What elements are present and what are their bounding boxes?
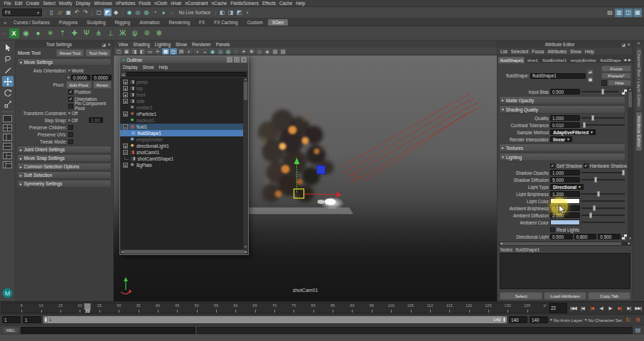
section-symmetry-settings[interactable]: ▸Symmetry Settings xyxy=(17,180,112,188)
viewport-toolbar-icon-20[interactable]: ▧ xyxy=(272,48,279,55)
value-slider[interactable] xyxy=(581,200,625,202)
outliner-item-side[interactable]: +◨side xyxy=(120,98,243,104)
slider-handle[interactable] xyxy=(594,177,597,183)
undo-icon[interactable]: ↶ xyxy=(73,9,81,16)
menu-help[interactable]: Help xyxy=(294,1,307,6)
scroll-left-icon[interactable]: ◀ xyxy=(500,242,502,245)
directional-light-field-1[interactable]: 0.800 xyxy=(574,234,597,239)
chevron-down-icon[interactable]: ▾ xyxy=(68,68,70,72)
hide-button[interactable]: Hide xyxy=(608,80,631,86)
scrollbar-thumb[interactable] xyxy=(244,82,247,100)
viewport-menu-show[interactable]: Show xyxy=(174,42,189,47)
preserve-uvs-checkbox[interactable] xyxy=(68,132,73,137)
range-start-handle[interactable] xyxy=(44,317,48,323)
node-name-field[interactable]: fluidShape1 xyxy=(530,73,586,79)
scale-tool[interactable] xyxy=(2,99,14,109)
shelf-icon-12[interactable]: ✼ xyxy=(154,28,164,38)
real-lights-checkbox[interactable] xyxy=(550,227,555,232)
select-hierarchy-icon[interactable]: ▢ xyxy=(95,9,103,16)
animation-preferences-icon[interactable]: ⚙ xyxy=(634,317,642,323)
viewport-toolbar-icon-14[interactable]: ◍ xyxy=(225,48,232,55)
shelf-tab-animation[interactable]: Animation xyxy=(135,19,163,26)
attr-section-matte-opacity[interactable]: ▸Matte Opacity xyxy=(499,96,626,104)
outliner-item-persp[interactable]: +◨persp xyxy=(120,79,243,85)
open-scene-icon[interactable]: ▱ xyxy=(56,9,64,16)
menu-cache[interactable]: Cache xyxy=(278,1,294,6)
viewport-toolbar-icon-13[interactable]: ◎ xyxy=(217,48,224,55)
layout-outliner-persp[interactable] xyxy=(2,161,13,169)
light-type-dropdown[interactable]: Directional▾ xyxy=(550,184,584,190)
outliner-item-shotcam0shape1[interactable]: └─◨shotCam0Shape1 xyxy=(120,156,243,162)
shelf-icon-11[interactable]: ❊ xyxy=(142,28,152,38)
viewport-menu-renderer[interactable]: Renderer xyxy=(190,42,213,47)
slider-handle[interactable] xyxy=(601,89,604,94)
slider-handle[interactable] xyxy=(597,191,600,197)
expand-toggle[interactable]: + xyxy=(123,80,128,85)
shelf-item-icon[interactable]: ○ xyxy=(3,31,6,36)
playback-end-field[interactable]: 140 xyxy=(509,316,527,323)
viewport-menu-panels[interactable]: Panels xyxy=(214,42,232,47)
ae-menu-attributes[interactable]: Attributes xyxy=(547,49,567,54)
outliner-item-top[interactable]: +◨top xyxy=(120,85,243,92)
shadow-diffusion-field[interactable]: 5.000 xyxy=(550,177,580,183)
go-to-start-button[interactable]: |◀◀ xyxy=(569,303,578,313)
ae-menu-help[interactable]: Help xyxy=(585,49,594,54)
render-settings-icon[interactable]: ◩ xyxy=(235,9,243,16)
outliner-item-emitter1[interactable]: ✺emitter1 xyxy=(120,104,243,111)
shelf-tab-polygons[interactable]: Polygons xyxy=(55,19,82,26)
shelf-tab-rigging[interactable]: Rigging xyxy=(110,19,134,26)
outliner-item-nparticle1[interactable]: +❉nParticle1 xyxy=(120,111,243,117)
quality-field[interactable]: 1.000 xyxy=(550,115,580,121)
side-tab-channel-box-layer-editor[interactable]: Channel Box / Layer Editor xyxy=(636,47,642,111)
attr-section-lighting[interactable]: ▾Lighting xyxy=(499,153,626,161)
position-checkbox[interactable]: ✓ xyxy=(68,90,73,94)
menuset-dropdown[interactable]: FX ▾ xyxy=(2,9,42,16)
presets-button[interactable]: Presets* xyxy=(601,72,631,79)
menu-modify[interactable]: Modify xyxy=(57,1,74,6)
viewport-toolbar-icon-2[interactable]: ◨ xyxy=(131,48,138,55)
shelf-icon-4[interactable]: ⇡ xyxy=(58,28,68,38)
close-icon[interactable]: ✕ xyxy=(627,42,630,47)
light-brightness-slider[interactable] xyxy=(581,193,625,195)
menu-nparticles[interactable]: nParticles xyxy=(114,1,137,6)
preserve-children-checkbox[interactable] xyxy=(68,125,73,130)
paint-select-tool[interactable] xyxy=(2,65,14,75)
shelf-icon-7[interactable]: ⋔ xyxy=(94,28,104,38)
range-slider-bar[interactable]: 1 140 xyxy=(43,316,507,323)
outliner-item-fluid1[interactable]: −▨fluid1 xyxy=(120,124,243,130)
step-forward-frame-button[interactable]: ▶| xyxy=(624,303,633,313)
ambient-brightness-slider[interactable] xyxy=(581,207,625,209)
node-tab-fluidshape1[interactable]: fluidShape1 xyxy=(498,57,525,63)
attr-section-shading-quality[interactable]: ▾Shading Quality xyxy=(499,105,626,114)
node-tab-fluidemitter1[interactable]: fluidEmitter1 xyxy=(540,57,568,63)
shelf-tab-curves-surfaces[interactable]: Curves / Surfaces xyxy=(9,19,54,26)
go-to-end-button[interactable]: ▶▶| xyxy=(633,303,643,313)
viewport-toolbar-icon-12[interactable]: ◉ xyxy=(209,48,216,55)
scroll-left-icon[interactable]: ◀ xyxy=(121,250,123,254)
menu-ncache[interactable]: nCache xyxy=(210,1,229,6)
layout-two-pane-side[interactable] xyxy=(2,133,13,141)
ae-menu-list[interactable]: List xyxy=(500,49,508,54)
viewport-menu-view[interactable]: View xyxy=(117,42,130,47)
ambient-diffusion-field[interactable]: 2.000 xyxy=(550,212,580,218)
tool-help-button[interactable]: Tool Help xyxy=(85,49,111,57)
ipr-render-icon[interactable]: ◨ xyxy=(227,9,235,16)
sample-method-dropdown[interactable]: AdaptiveFiltered▾ xyxy=(550,129,596,135)
shelf-tab-xgen[interactable]: XGen xyxy=(268,19,288,26)
playback-start-field[interactable]: 1 xyxy=(23,316,41,323)
workspace-settings-icon[interactable]: ▦ xyxy=(633,9,642,17)
search-input[interactable] xyxy=(127,72,247,77)
menu-create[interactable]: Create xyxy=(24,1,41,6)
play-forwards-button[interactable]: ▶ xyxy=(606,303,615,313)
character-set-dropdown[interactable]: ▾ No Character Set xyxy=(584,318,622,323)
viewport[interactable]: ViewShadingLightingShowRendererPanels ◫▣… xyxy=(114,40,498,301)
expand-toggle[interactable]: + xyxy=(123,92,128,97)
layout-three-pane[interactable] xyxy=(2,151,13,160)
chevron-down-icon[interactable]: ▾ xyxy=(68,111,70,115)
slider-handle[interactable] xyxy=(589,212,592,218)
viewport-toolbar-icon-8[interactable]: ▤ xyxy=(178,48,185,55)
notes-textarea[interactable] xyxy=(500,253,630,289)
shelf-icon-3[interactable]: ✳ xyxy=(45,28,55,38)
texture-map-icon[interactable] xyxy=(622,234,627,239)
directional-light-field-2[interactable]: 0.500 xyxy=(598,234,621,239)
